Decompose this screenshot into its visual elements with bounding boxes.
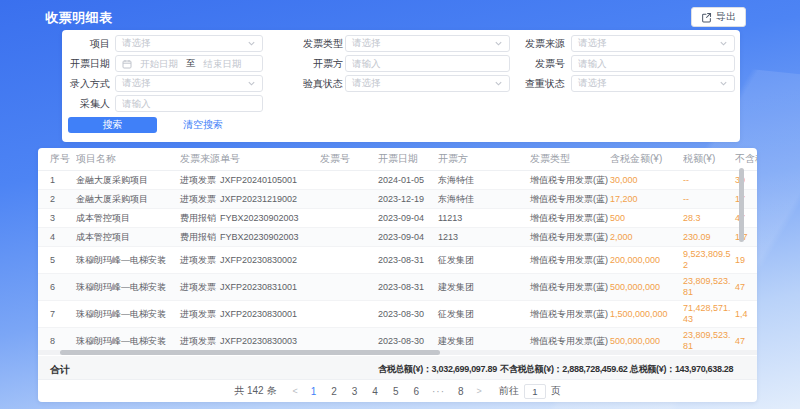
date-separator: 至 bbox=[186, 57, 196, 70]
table-cell: 500 bbox=[610, 209, 683, 228]
chevron-down-icon bbox=[719, 39, 728, 48]
header-row: 序号项目名称发票来源单号发票号开票日期开票方发票类型含税金额(¥)税额(¥)不含… bbox=[38, 148, 757, 171]
column-header: 发票来源 bbox=[180, 148, 220, 171]
table-cell: 成本管控项目 bbox=[76, 209, 180, 228]
table-cell: 47 bbox=[735, 274, 757, 301]
pagination: 共 142 条 < 123456···8 > 前往 页 bbox=[38, 380, 757, 402]
table-cell: 3 bbox=[38, 209, 76, 228]
table-cell: 征发集团 bbox=[438, 247, 530, 274]
page-number[interactable]: 5 bbox=[389, 386, 403, 397]
table-row: 8珠穆朗玛峰—电梯安装进项发票JXFP202308300032023-08-30… bbox=[38, 328, 757, 351]
table-cell: 47 bbox=[735, 328, 757, 351]
filter-label-invoice-date: 开票日期 bbox=[62, 57, 110, 71]
vertical-scrollbar[interactable] bbox=[739, 168, 744, 242]
invoice-source-select[interactable]: 请选择 bbox=[571, 35, 735, 52]
table-row: 1金融大厦采购项目进项发票JXFP202401050012024-01-05东海… bbox=[38, 171, 757, 190]
column-header: 开票日期 bbox=[378, 148, 438, 171]
table-cell: 2,000 bbox=[610, 228, 683, 247]
clear-search-link[interactable]: 清空搜索 bbox=[183, 118, 223, 132]
page-number[interactable]: 8 bbox=[454, 386, 468, 397]
horizontal-scrollbar[interactable] bbox=[60, 350, 440, 355]
table-cell: 1,4 bbox=[735, 301, 757, 328]
summary-tax-total: 总税额(¥)：143,970,638.28 bbox=[630, 363, 733, 376]
page-number[interactable]: 6 bbox=[409, 386, 423, 397]
column-header: 发票号 bbox=[320, 148, 378, 171]
table-cell: 成本管控项目 bbox=[76, 228, 180, 247]
issuer-input[interactable] bbox=[345, 55, 510, 72]
chevron-down-icon bbox=[494, 39, 503, 48]
table-cell: 2023-12-19 bbox=[378, 190, 438, 209]
table-cell: 4 bbox=[38, 228, 76, 247]
summary-item-label: 含税总额(¥)： bbox=[378, 364, 432, 374]
column-header: 含税金额(¥) bbox=[610, 148, 683, 171]
page-list: 123456···8 bbox=[307, 386, 468, 397]
table-cell: JXFP20231219002 bbox=[220, 190, 320, 209]
table-cell: JXFP20230831001 bbox=[220, 274, 320, 301]
table-cell: 2 bbox=[38, 190, 76, 209]
table-cell: 珠穆朗玛峰—电梯安装 bbox=[76, 247, 180, 274]
dup-status-select[interactable]: 请选择 bbox=[571, 75, 735, 92]
project-select[interactable]: 请选择 bbox=[115, 35, 263, 52]
table-cell: JXFP20230830003 bbox=[220, 328, 320, 351]
verify-status-placeholder: 请选择 bbox=[352, 77, 381, 90]
invoice-date-range[interactable]: 至 bbox=[115, 55, 263, 72]
table-cell: 进项发票 bbox=[180, 274, 220, 301]
verify-status-select[interactable]: 请选择 bbox=[345, 75, 510, 92]
export-button[interactable]: 导出 bbox=[691, 7, 746, 27]
filter-label-verify-status: 验真状态 bbox=[263, 77, 343, 91]
table-cell: 征发集团 bbox=[438, 301, 530, 328]
table-cell: 2023-08-30 bbox=[378, 301, 438, 328]
summary-row: 合计 含税总额(¥)：3,032,699,097.89 不含税总额(¥)：2,8… bbox=[38, 356, 757, 380]
table-cell bbox=[320, 171, 378, 190]
column-header: 序号 bbox=[38, 148, 76, 171]
summary-tax-included-total: 含税总额(¥)：3,032,699,097.89 bbox=[378, 363, 497, 376]
summary-item-label: 总税额(¥)： bbox=[630, 364, 675, 374]
dup-status-placeholder: 请选择 bbox=[578, 77, 607, 90]
table-cell: JXFP20230830002 bbox=[220, 247, 320, 274]
filter-label-issuer: 开票方 bbox=[263, 57, 343, 71]
goto-label: 前往 bbox=[499, 384, 519, 398]
filter-label-invoice-no: 发票号 bbox=[510, 57, 565, 71]
chevron-down-icon bbox=[494, 79, 503, 88]
invoice-no-input[interactable] bbox=[571, 55, 735, 72]
table-cell bbox=[320, 190, 378, 209]
calendar-icon bbox=[122, 59, 132, 69]
search-button[interactable]: 搜索 bbox=[68, 117, 157, 133]
filter-label-invoice-source: 发票来源 bbox=[510, 37, 565, 51]
table-cell: 建发集团 bbox=[438, 328, 530, 351]
column-header: 项目名称 bbox=[76, 148, 180, 171]
table-cell: 30,000 bbox=[610, 171, 683, 190]
page-number[interactable]: 1 bbox=[307, 386, 321, 397]
table-cell: 17,200 bbox=[610, 190, 683, 209]
table-cell: FYBX20230902003 bbox=[220, 209, 320, 228]
table-cell: 230.09 bbox=[683, 228, 735, 247]
table-cell: 2023-08-31 bbox=[378, 247, 438, 274]
next-page-icon[interactable]: > bbox=[475, 386, 484, 396]
table-row: 6珠穆朗玛峰—电梯安装进项发票JXFP202308310012023-08-31… bbox=[38, 274, 757, 301]
summary-item-label: 不含税总额(¥)： bbox=[500, 364, 562, 374]
table-cell bbox=[320, 328, 378, 351]
page-number[interactable]: 2 bbox=[327, 386, 341, 397]
column-header: 发票类型 bbox=[530, 148, 610, 171]
goto-page-input[interactable] bbox=[524, 384, 546, 399]
table-cell: 东海特佳 bbox=[438, 171, 530, 190]
start-date-input[interactable] bbox=[137, 59, 181, 69]
table-cell bbox=[320, 274, 378, 301]
collector-input[interactable] bbox=[115, 95, 263, 112]
entry-method-select[interactable]: 请选择 bbox=[115, 75, 263, 92]
page-number[interactable]: 3 bbox=[348, 386, 362, 397]
end-date-input[interactable] bbox=[201, 59, 245, 69]
prev-page-icon[interactable]: < bbox=[290, 386, 299, 396]
table-cell: 增值税专用发票(蓝) bbox=[530, 274, 610, 301]
table-cell: FYBX20230902003 bbox=[220, 228, 320, 247]
table-cell: JXFP20230830001 bbox=[220, 301, 320, 328]
page-number[interactable]: 4 bbox=[368, 386, 382, 397]
table-cell: -- bbox=[683, 190, 735, 209]
table-cell: 9,523,809.52 bbox=[683, 247, 735, 274]
export-icon bbox=[701, 12, 712, 23]
filter-label-dup-status: 查重状态 bbox=[510, 77, 565, 91]
invoice-type-select[interactable]: 请选择 bbox=[345, 35, 510, 52]
chevron-down-icon bbox=[719, 79, 728, 88]
summary-item-value: 3,032,699,097.89 bbox=[432, 364, 497, 374]
table-cell: 6 bbox=[38, 274, 76, 301]
